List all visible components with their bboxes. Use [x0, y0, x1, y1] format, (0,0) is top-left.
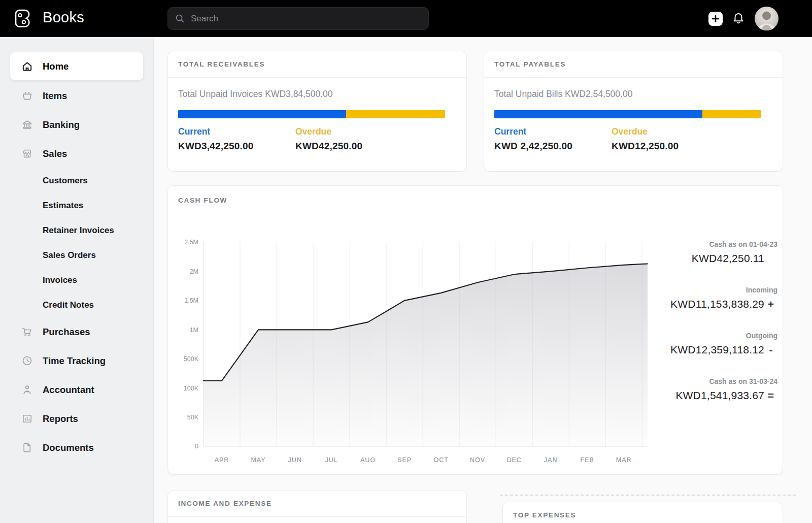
x-axis-month-label: AUG — [360, 456, 376, 464]
cash-flow-stat-cash-as-on-01-04-23: Cash as on 01-04-23KWD42,250.11 — [645, 239, 777, 266]
bank-icon — [21, 119, 33, 130]
sidebar-item-time-tracking[interactable]: Time Tracking — [0, 346, 153, 375]
top-bar: Books — [0, 0, 812, 37]
sidebar-item-accountant[interactable]: Accountant — [0, 375, 153, 404]
sidebar-item-items[interactable]: Items — [0, 81, 153, 110]
sidebar-item-label: Customers — [43, 176, 88, 186]
payables-card-title: TOTAL PAYABLES — [484, 51, 783, 78]
payables-current: Current KWD 2,42,250.00 — [494, 126, 612, 152]
cash-flow-card-title: CASH FLOW — [168, 186, 783, 215]
sidebar-item-banking[interactable]: Banking — [0, 110, 153, 139]
sidebar-item-label: Banking — [43, 119, 80, 130]
income-expense-card: INCOME AND EXPENSE — [167, 490, 467, 523]
sidebar-item-label: Sales Orders — [43, 250, 96, 260]
app-title: Books — [43, 9, 84, 26]
current-label: Current — [494, 126, 612, 137]
doc-icon — [21, 442, 33, 453]
current-value: KWD 2,42,250.00 — [494, 141, 612, 152]
sidebar-item-estimates[interactable]: Estimates — [0, 193, 153, 218]
user-avatar[interactable] — [755, 7, 779, 30]
overdue-value: KWD42,250.00 — [295, 141, 413, 152]
stat-label: Cash as on 31-03-24 — [645, 376, 777, 386]
notifications-button[interactable] — [731, 12, 746, 26]
overdue-label: Overdue — [295, 126, 413, 137]
sidebar-item-home[interactable]: Home — [10, 52, 143, 80]
receivables-overdue: Overdue KWD42,250.00 — [295, 126, 413, 152]
y-axis-tick-label: 50K — [187, 414, 199, 421]
sidebar-item-label: Purchases — [43, 326, 90, 338]
sidebar-item-label: Accountant — [43, 384, 94, 396]
receivables-progress-bar — [178, 110, 445, 118]
search-bar — [167, 7, 429, 30]
stat-amount: KWD1,541,933.67 — [675, 389, 764, 401]
sidebar-item-customers[interactable]: Customers — [0, 168, 153, 193]
receivables-current-segment — [178, 110, 346, 118]
basket-icon — [21, 90, 33, 102]
overdue-label: Overdue — [612, 126, 729, 137]
sidebar-item-purchases[interactable]: Purchases — [0, 317, 153, 346]
sidebar-nav: HomeItemsBankingSalesCustomersEstimatesR… — [0, 37, 154, 523]
sidebar-item-sales-orders[interactable]: Sales Orders — [0, 243, 153, 268]
x-axis-month-label: JUN — [288, 456, 301, 464]
y-axis-tick-label: 0 — [195, 443, 198, 450]
receivables-current: Current KWD3,42,250.00 — [178, 126, 295, 152]
stat-value: KWD42,250.11 — [645, 251, 777, 266]
sidebar-item-sales[interactable]: Sales — [0, 139, 153, 168]
x-axis-month-label: FEB — [581, 456, 594, 464]
stat-amount: KWD12,359,118.12 — [670, 344, 764, 355]
sidebar-item-label: Estimates — [43, 201, 83, 211]
cash-flow-stat-outgoing: OutgoingKWD12,359,118.12- — [645, 331, 777, 357]
stat-operator: = — [764, 388, 777, 403]
sidebar-item-label: Items — [43, 90, 67, 102]
cash-flow-area — [204, 264, 648, 447]
stat-label: Outgoing — [645, 331, 777, 341]
x-axis-month-label: MAR — [616, 456, 632, 464]
x-axis-month-label: OCT — [433, 456, 448, 464]
search-input[interactable] — [167, 7, 429, 30]
stat-operator: - — [764, 342, 777, 357]
receivables-overdue-segment — [346, 110, 445, 118]
y-axis-tick-label: 2.5M — [184, 239, 198, 246]
total-receivables-card: TOTAL RECEIVABLES Total Unpaid Invoices … — [167, 51, 467, 172]
cart-icon — [21, 326, 33, 338]
payables-overdue: Overdue KWD12,250.00 — [612, 126, 729, 152]
y-axis-tick-label: 500K — [184, 355, 199, 363]
store-icon — [21, 148, 33, 159]
dashed-divider — [500, 495, 796, 496]
sidebar-item-label: Reports — [43, 413, 78, 424]
bell-icon — [732, 12, 745, 25]
cash-flow-stats: Cash as on 01-04-23KWD42,250.11IncomingK… — [645, 239, 777, 422]
payables-progress-bar — [494, 110, 761, 118]
sidebar-item-reports[interactable]: Reports — [0, 404, 153, 433]
sidebar-item-label: Home — [43, 61, 69, 72]
stat-value: KWD12,359,118.12- — [645, 342, 777, 357]
quick-add-button[interactable] — [708, 12, 723, 26]
payables-current-segment — [494, 110, 702, 118]
sidebar-item-label: Sales — [43, 148, 67, 159]
stat-amount: KWD11,153,838.29 — [670, 298, 764, 310]
receivables-subtitle: Total Unpaid Invoices KWD3,84,500.00 — [178, 89, 456, 100]
top-expenses-card: TOP EXPENSES — [502, 502, 783, 523]
stat-value: KWD1,541,933.67= — [645, 388, 777, 403]
clock-icon — [21, 355, 33, 367]
sidebar-item-invoices[interactable]: Invoices — [0, 268, 153, 292]
stat-label: Incoming — [645, 285, 777, 295]
cash-flow-card: CASH FLOW 2.5M2M1.5M1M500K100K50K0APRMAY… — [167, 185, 783, 475]
stat-operator: + — [764, 297, 777, 312]
payables-body: Total Unpaid Bills KWD2,54,500.00 Curren… — [484, 78, 783, 152]
user-photo-icon — [755, 7, 779, 30]
sidebar-item-documents[interactable]: Documents — [0, 433, 153, 462]
y-axis-tick-label: 1M — [190, 326, 198, 334]
stat-amount: KWD42,250.11 — [692, 252, 764, 264]
home-icon — [21, 60, 33, 72]
receivables-card-title: TOTAL RECEIVABLES — [168, 51, 466, 78]
stat-label: Cash as on 01-04-23 — [645, 239, 777, 249]
cash-flow-stat-cash-as-on-31-03-24: Cash as on 31-03-24KWD1,541,933.67= — [645, 376, 777, 403]
payables-subtitle: Total Unpaid Bills KWD2,54,500.00 — [494, 89, 772, 100]
x-axis-month-label: MAY — [251, 456, 265, 464]
current-label: Current — [178, 126, 295, 137]
y-axis-tick-label: 2M — [190, 268, 198, 275]
x-axis-month-label: JUL — [325, 456, 337, 464]
sidebar-item-retainer-invoices[interactable]: Retainer Invoices — [0, 218, 153, 243]
sidebar-item-credit-notes[interactable]: Credit Notes — [0, 292, 153, 317]
